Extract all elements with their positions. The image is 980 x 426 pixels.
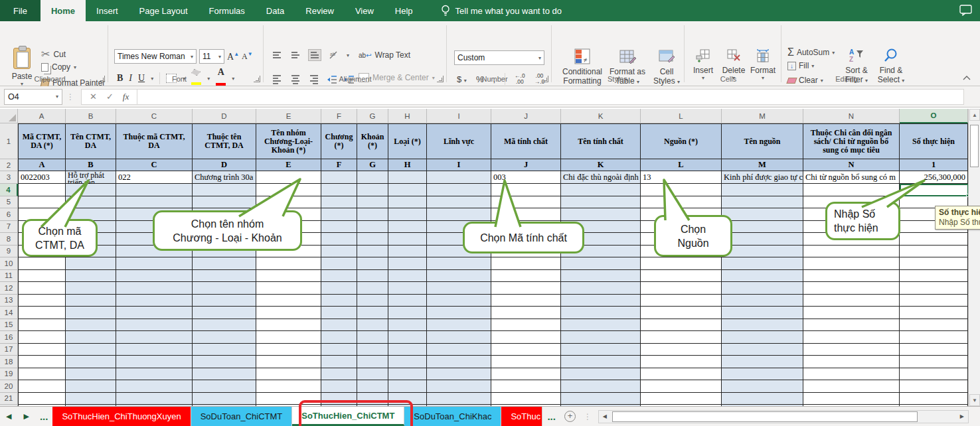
cell-F7[interactable] [321, 221, 357, 234]
cell-K13[interactable] [561, 295, 641, 307]
cell-H18[interactable] [388, 356, 427, 368]
cell-L1[interactable]: Nguồn (*) [641, 123, 722, 159]
align-middle-button[interactable] [289, 50, 301, 60]
cell-F11[interactable] [321, 270, 357, 283]
cell-F3[interactable] [321, 171, 357, 184]
cell-H15[interactable] [388, 319, 427, 332]
cell-I4[interactable] [427, 184, 491, 196]
cell-B17[interactable] [66, 344, 116, 356]
cell-E1[interactable]: Tên nhóm Chương-Loại-Khoản (*) [256, 123, 321, 159]
cell-E11[interactable] [256, 270, 321, 283]
cell-L18[interactable] [641, 356, 722, 368]
cell-M20[interactable] [722, 380, 803, 393]
cell-M18[interactable] [722, 356, 803, 368]
horizontal-scroll-thumb[interactable] [612, 411, 918, 422]
cell-J10[interactable] [491, 257, 561, 270]
row-header-13[interactable]: 13 [0, 295, 18, 307]
cell-N3[interactable]: Chi từ nguồn bổ sung có m [803, 171, 900, 184]
cell-D18[interactable] [193, 356, 256, 368]
cell-O18[interactable] [900, 356, 968, 368]
cell-B18[interactable] [66, 356, 116, 368]
cell-C11[interactable] [116, 270, 193, 283]
cell-M16[interactable] [722, 331, 803, 344]
cell-E10[interactable] [256, 257, 321, 270]
cell-B10[interactable] [66, 257, 116, 270]
cell-K14[interactable] [561, 307, 641, 319]
column-header-B[interactable]: B [66, 109, 116, 123]
cell-J11[interactable] [491, 270, 561, 283]
cell-L2[interactable]: L [641, 159, 722, 171]
cell-A10[interactable] [18, 257, 66, 270]
cell-F9[interactable] [321, 246, 357, 258]
cell-H5[interactable] [388, 196, 427, 209]
column-header-G[interactable]: G [357, 109, 388, 123]
cell-J13[interactable] [491, 295, 561, 307]
cell-K17[interactable] [561, 344, 641, 356]
cell-J2[interactable]: J [491, 159, 561, 171]
cell-I16[interactable] [427, 331, 491, 344]
cell-H2[interactable]: H [388, 159, 427, 171]
cell-N19[interactable] [803, 368, 900, 381]
cell-O13[interactable] [900, 295, 968, 307]
insert-function-icon[interactable]: fx [123, 92, 129, 102]
sheet-tab-sothuc-clipped[interactable]: SoThuc [501, 407, 542, 426]
grow-font-button[interactable]: A▲ [227, 51, 239, 62]
cell-G2[interactable]: G [357, 159, 388, 171]
cell-B13[interactable] [66, 295, 116, 307]
cell-D16[interactable] [193, 331, 256, 344]
cell-I15[interactable] [427, 319, 491, 332]
column-header-N[interactable]: N [803, 109, 900, 123]
autosum-button[interactable]: Σ AutoSum▾ [787, 46, 835, 58]
cell-N18[interactable] [803, 356, 900, 368]
cell-O2[interactable]: 1 [900, 159, 968, 171]
cell-J19[interactable] [491, 368, 561, 381]
cell-N12[interactable] [803, 282, 900, 295]
cell-C14[interactable] [116, 307, 193, 319]
cell-K12[interactable] [561, 282, 641, 295]
row-header-6[interactable]: 6 [0, 208, 18, 221]
cell-I5[interactable] [427, 196, 491, 209]
column-header-D[interactable]: D [193, 109, 256, 123]
cell-N1[interactable]: Thuộc Chi cân đối ngân sách/ Chi từ nguồ… [803, 123, 900, 159]
cell-A4[interactable] [18, 184, 66, 196]
cell-G15[interactable] [357, 319, 388, 332]
cell-O3[interactable]: 256,300,000 [900, 171, 968, 184]
cell-N15[interactable] [803, 319, 900, 332]
cell-D14[interactable] [193, 307, 256, 319]
cell-N2[interactable]: N [803, 159, 900, 171]
cell-F18[interactable] [321, 356, 357, 368]
font-size-select[interactable]: 11▾ [199, 49, 224, 64]
tab-formulas[interactable]: Formulas [199, 0, 256, 21]
cell-J1[interactable]: Mã tính chất [491, 123, 561, 159]
row-header-14[interactable]: 14 [0, 307, 18, 319]
cell-M9[interactable] [722, 246, 803, 258]
column-header-L[interactable]: L [641, 109, 722, 123]
cell-K11[interactable] [561, 270, 641, 283]
cell-J4[interactable] [491, 184, 561, 196]
cell-J12[interactable] [491, 282, 561, 295]
cell-L19[interactable] [641, 368, 722, 381]
cell-M5[interactable] [722, 196, 803, 209]
cell-I11[interactable] [427, 270, 491, 283]
cell-D5[interactable] [193, 196, 256, 209]
cell-G1[interactable]: Khoản (*) [357, 123, 388, 159]
cell-M6[interactable] [722, 208, 803, 221]
cell-E15[interactable] [256, 319, 321, 332]
cell-E5[interactable] [256, 196, 321, 209]
cell-L5[interactable] [641, 196, 722, 209]
cell-N4[interactable] [803, 184, 900, 196]
cell-K16[interactable] [561, 331, 641, 344]
tab-file[interactable]: File [0, 0, 41, 21]
cell-M21[interactable] [722, 393, 803, 405]
cell-B4[interactable] [66, 184, 116, 196]
row-header-18[interactable]: 18 [0, 356, 18, 368]
number-format-select[interactable]: Custom▾ [454, 50, 544, 65]
cell-E19[interactable] [256, 368, 321, 381]
cell-H11[interactable] [388, 270, 427, 283]
cell-C21[interactable] [116, 393, 193, 405]
scroll-left-icon[interactable]: ◀ [600, 411, 610, 422]
cell-C2[interactable]: C [116, 159, 193, 171]
cell-F12[interactable] [321, 282, 357, 295]
cell-styles-button[interactable]: Cell Styles ▾ [652, 48, 681, 86]
scroll-up-icon[interactable]: ▲ [969, 109, 980, 121]
